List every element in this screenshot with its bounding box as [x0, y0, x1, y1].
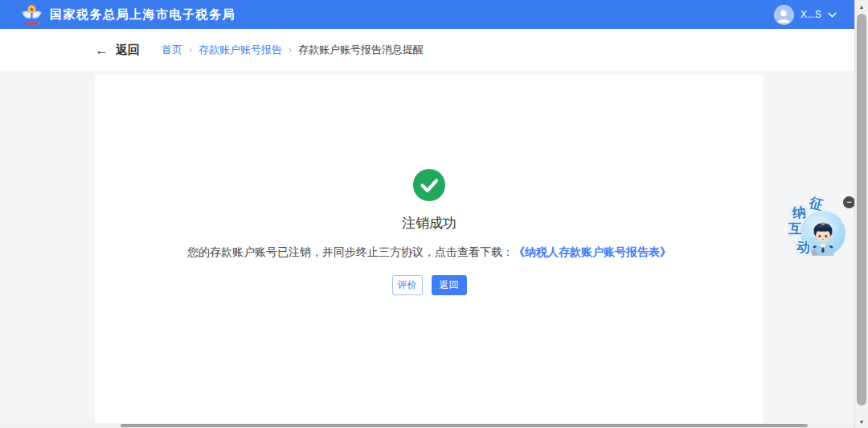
user-avatar-icon[interactable]: [774, 5, 794, 25]
success-check-icon: [413, 169, 445, 201]
breadcrumb-bar: ← 返回 首页 › 存款账户账号报告 › 存款账户账号报告消息提醒: [0, 29, 854, 71]
user-name: X...S: [800, 9, 821, 20]
result-message-text: 您的存款账户账号已注销，并同步终止三方协议，点击查看下载：: [187, 245, 514, 258]
minimize-button[interactable]: −: [843, 196, 855, 208]
vertical-scrollbar-thumb[interactable]: [857, 14, 866, 405]
result-card: 注销成功 您的存款账户账号已注销，并同步终止三方协议，点击查看下载：《纳税人存款…: [95, 75, 764, 423]
brand: 中国税务 国家税务总局上海市电子税务局: [21, 0, 235, 29]
vertical-scrollbar[interactable]: ▲ ▼: [854, 0, 868, 428]
breadcrumb-link-deposit-account-report[interactable]: 存款账户账号报告: [199, 43, 282, 57]
return-button[interactable]: 返回: [432, 275, 467, 295]
app-header: 中国税务 国家税务总局上海市电子税务局 X...S: [0, 0, 854, 29]
back-label: 返回: [116, 43, 140, 58]
horizontal-scrollbar[interactable]: [0, 423, 854, 428]
evaluate-button[interactable]: 评价: [392, 275, 423, 295]
app-title: 国家税务总局上海市电子税务局: [50, 7, 235, 23]
assistant-widget[interactable]: −: [786, 192, 856, 268]
report-download-link[interactable]: 《纳税人存款账户账号报告表》: [514, 245, 671, 258]
breadcrumb-link-home[interactable]: 首页: [162, 43, 182, 57]
breadcrumb-separator: ›: [289, 44, 292, 56]
horizontal-scrollbar-thumb[interactable]: [121, 424, 808, 427]
back-arrow-icon: ←: [95, 43, 108, 57]
assistant-label-char: 互: [788, 220, 802, 238]
chevron-down-icon[interactable]: [828, 12, 837, 18]
assistant-label-char: 动: [796, 237, 811, 257]
page: 中国税务 国家税务总局上海市电子税务局 X...S ← 返回 首页 ›: [0, 0, 868, 428]
scroll-up-button[interactable]: ▲: [855, 0, 868, 13]
breadcrumb-current: 存款账户账号报告消息提醒: [298, 43, 424, 57]
back-button[interactable]: ← 返回: [95, 43, 140, 58]
action-buttons: 评价 返回: [95, 275, 764, 295]
breadcrumb: 首页 › 存款账户账号报告 › 存款账户账号报告消息提醒: [162, 43, 424, 57]
logo-caption: 中国税务: [24, 21, 40, 27]
tax-bureau-logo-icon: 中国税务: [21, 3, 43, 27]
person-icon: [774, 6, 793, 25]
scroll-down-button[interactable]: ▼: [855, 415, 868, 428]
user-menu[interactable]: X...S: [774, 0, 837, 29]
breadcrumb-separator: ›: [189, 44, 192, 56]
result-title: 注销成功: [95, 214, 764, 233]
result-message: 您的存款账户账号已注销，并同步终止三方协议，点击查看下载：《纳税人存款账户账号报…: [95, 245, 764, 260]
content-area: 注销成功 您的存款账户账号已注销，并同步终止三方协议，点击查看下载：《纳税人存款…: [0, 71, 854, 423]
